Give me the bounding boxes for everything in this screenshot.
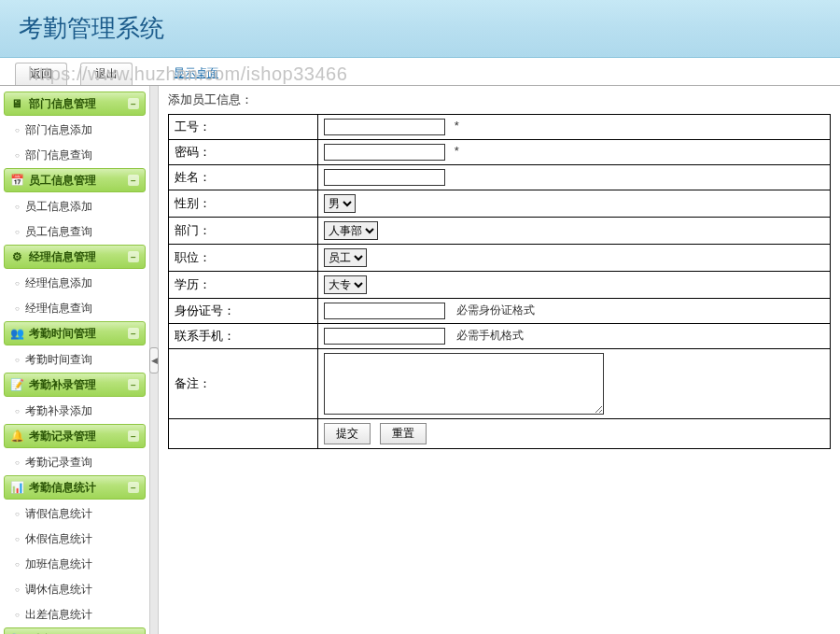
required-mark: *: [455, 119, 459, 133]
nav-item-6-3[interactable]: 调休信息统计: [4, 577, 146, 602]
nav-item-1-0[interactable]: 员工信息添加: [4, 194, 146, 219]
collapse-handle-icon[interactable]: ◀: [149, 347, 159, 373]
nav-header-label: 考勤时间管理: [29, 326, 96, 342]
nav-header-label: 部门信息管理: [29, 96, 96, 112]
id-card-hint: 必需身份证格式: [456, 303, 535, 317]
label-emp-no: 工号：: [169, 115, 318, 140]
nav-header-label: 经理信息管理: [29, 249, 96, 265]
nav-header-3[interactable]: 👥考勤时间管理−: [4, 321, 146, 345]
nav-header-label: 考勤补录管理: [29, 377, 96, 393]
nav-item-0-0[interactable]: 部门信息添加: [4, 118, 146, 143]
nav-header-label: 考勤记录管理: [29, 429, 96, 444]
minus-icon: −: [128, 98, 139, 109]
nav-header-2[interactable]: ⚙经理信息管理−: [4, 245, 146, 269]
nav-item-2-1[interactable]: 经理信息查询: [4, 296, 146, 321]
app-title: 考勤管理系统: [19, 12, 164, 45]
reset-button[interactable]: 重置: [380, 423, 427, 444]
nav-header-label: 员工信息管理: [29, 173, 96, 189]
nav-header-0[interactable]: 🖥部门信息管理−: [4, 92, 146, 116]
nav-section-icon: 📅: [10, 174, 23, 187]
nav-item-4-0[interactable]: 考勤补录添加: [4, 399, 146, 424]
section-title: 添加员工信息：: [168, 92, 831, 108]
label-id-card: 身份证号：: [169, 299, 318, 324]
label-education: 学历：: [169, 272, 318, 299]
nav-section-icon: 📝: [10, 378, 23, 391]
position-select[interactable]: 员工: [324, 248, 367, 267]
phone-hint: 必需手机格式: [456, 329, 524, 342]
nav-item-5-0[interactable]: 考勤记录查询: [4, 450, 146, 475]
submit-button[interactable]: 提交: [324, 423, 371, 444]
password-input[interactable]: [324, 144, 445, 161]
gender-select[interactable]: 男: [324, 194, 356, 213]
nav-section-icon: 🔔: [10, 430, 23, 443]
nav-header-7[interactable]: 🔧系统管理−: [4, 627, 146, 634]
nav-header-label: 考勤信息统计: [29, 480, 96, 496]
nav-section-icon: 📊: [10, 481, 23, 494]
emp-no-input[interactable]: [324, 119, 445, 135]
back-button[interactable]: 返回: [15, 63, 67, 85]
nav-item-3-0[interactable]: 考勤时间查询: [4, 347, 146, 373]
label-department: 部门：: [169, 218, 318, 245]
nav-item-6-4[interactable]: 出差信息统计: [4, 602, 146, 627]
remark-textarea[interactable]: [324, 353, 604, 415]
label-remark: 备注：: [169, 349, 318, 419]
minus-icon: −: [128, 251, 139, 262]
nav-item-6-2[interactable]: 加班信息统计: [4, 552, 146, 577]
exit-button[interactable]: 退出: [80, 63, 133, 85]
employee-form: 工号： * 密码： * 姓名： 性别： 男: [168, 114, 831, 449]
toolbar: 返回 退出 显示桌面: [0, 58, 840, 86]
nav-section-icon: 👥: [10, 327, 23, 340]
nav-item-0-1[interactable]: 部门信息查询: [4, 143, 146, 168]
name-input[interactable]: [324, 169, 445, 186]
nav-header-1[interactable]: 📅员工信息管理−: [4, 168, 146, 192]
minus-icon: −: [128, 175, 139, 186]
label-name: 姓名：: [169, 165, 318, 190]
minus-icon: −: [128, 379, 139, 390]
required-mark: *: [455, 144, 459, 158]
nav-item-1-1[interactable]: 员工信息查询: [4, 219, 146, 245]
minus-icon: −: [128, 328, 139, 339]
nav-section-icon: ⚙: [10, 250, 23, 263]
nav-section-icon: 🖥: [10, 97, 23, 110]
nav-header-6[interactable]: 📊考勤信息统计−: [4, 475, 146, 500]
nav-item-2-0[interactable]: 经理信息添加: [4, 271, 146, 296]
label-gender: 性别：: [169, 190, 318, 218]
nav-item-6-1[interactable]: 休假信息统计: [4, 527, 146, 552]
id-card-input[interactable]: [324, 303, 445, 319]
label-phone: 联系手机：: [169, 324, 318, 349]
nav-header-5[interactable]: 🔔考勤记录管理−: [4, 424, 146, 448]
education-select[interactable]: 大专: [324, 275, 367, 294]
app-header: 考勤管理系统: [0, 0, 840, 58]
nav-item-6-0[interactable]: 请假信息统计: [4, 501, 146, 527]
department-select[interactable]: 人事部: [324, 221, 378, 240]
label-position: 职位：: [169, 245, 318, 272]
minus-icon: −: [128, 430, 139, 442]
sidebar: 🖥部门信息管理−部门信息添加部门信息查询📅员工信息管理−员工信息添加员工信息查询…: [0, 86, 149, 634]
empty-cell: [169, 419, 318, 449]
phone-input[interactable]: [324, 328, 445, 345]
nav-header-4[interactable]: 📝考勤补录管理−: [4, 373, 146, 397]
label-password: 密码：: [169, 140, 318, 165]
show-desktop-link[interactable]: 显示桌面: [174, 65, 218, 81]
sidebar-splitter[interactable]: ◀: [149, 86, 159, 634]
main-content: 添加员工信息： 工号： * 密码： * 姓名： 性别：: [159, 86, 840, 634]
minus-icon: −: [128, 482, 139, 493]
